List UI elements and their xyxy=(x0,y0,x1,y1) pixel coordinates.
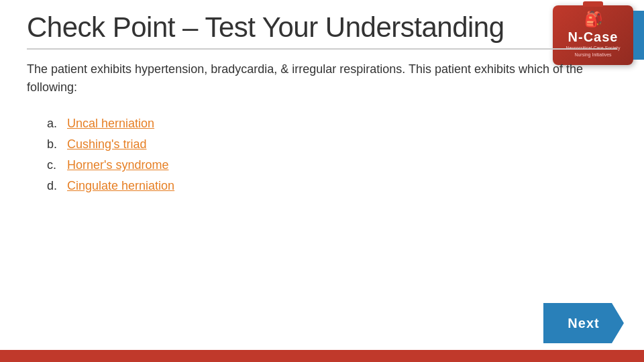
answer-item-c: c. Horner's syndrome xyxy=(47,158,617,172)
next-button[interactable]: Next xyxy=(543,303,624,343)
answer-link-d[interactable]: Cingulate herniation xyxy=(67,179,174,193)
answer-item-a: a. Uncal herniation xyxy=(47,117,617,131)
logo-blue-accent xyxy=(633,11,644,60)
page-title: Check Point – Test Your Understanding xyxy=(27,12,617,50)
answer-link-a[interactable]: Uncal herniation xyxy=(67,117,154,131)
answer-item-d: d. Cingulate herniation xyxy=(47,179,617,193)
answers-list: a. Uncal herniation b. Cushing's triad c… xyxy=(47,117,617,193)
answer-link-b[interactable]: Cushing's triad xyxy=(67,137,147,152)
header: Check Point – Test Your Understanding Th… xyxy=(27,12,617,200)
answer-label-b: b. xyxy=(47,137,67,152)
answer-label-c: c. xyxy=(47,158,67,172)
answer-link-c[interactable]: Horner's syndrome xyxy=(67,158,169,172)
answer-item-b: b. Cushing's triad xyxy=(47,137,617,152)
question-text: The patient exhibits hypertension, brady… xyxy=(27,60,617,97)
logo-top-accent xyxy=(583,1,603,7)
answer-label-a: a. xyxy=(47,117,67,131)
answer-label-d: d. xyxy=(47,179,67,193)
page-container: 🎒 N-Case Neurocritical Care Society Nurs… xyxy=(0,0,644,362)
next-btn-container: Next xyxy=(543,303,624,343)
bottom-bar xyxy=(0,350,644,362)
